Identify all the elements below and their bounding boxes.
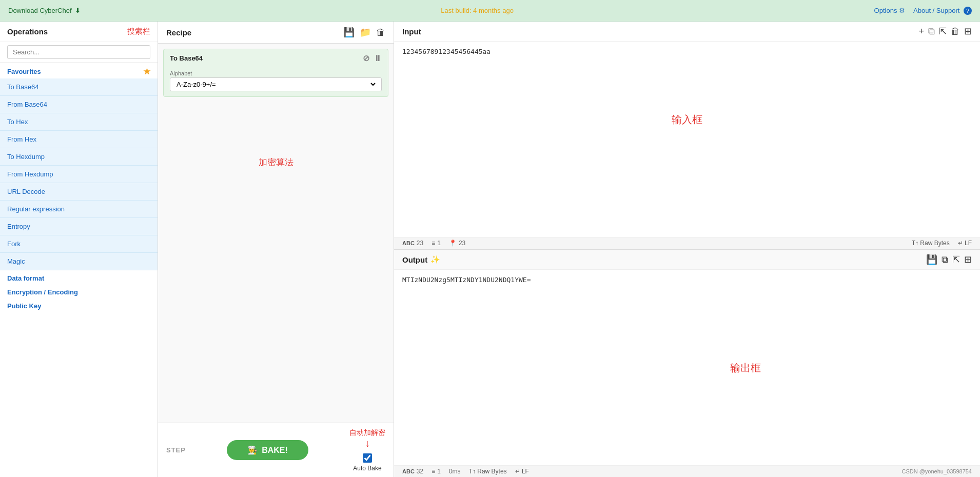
last-build-label: Last build: 4 months ago	[441, 7, 514, 14]
bake-chef-icon: 👨‍🍳	[247, 445, 258, 455]
output-status-bar: ABC 32 ≡ 1 0ms T↑ Raw Bytes ↵ LF CSDN @y…	[394, 465, 980, 477]
recipe-title: Recipe	[166, 28, 191, 37]
output-time: 0ms	[449, 468, 461, 475]
recipe-trash-icon[interactable]: 🗑	[376, 27, 385, 38]
recipe-folder-icon[interactable]: 📁	[360, 27, 371, 38]
auto-bake-container: 自动加解密 ↓ Auto Bake	[349, 428, 385, 472]
input-position: 📍 23	[449, 240, 465, 247]
download-icon: ⬇	[75, 7, 81, 14]
output-save-icon[interactable]: 💾	[926, 254, 937, 265]
output-expand-icon[interactable]: ⊞	[964, 254, 972, 265]
about-label: About / Support	[913, 7, 959, 14]
annotation-output: 输出框	[730, 361, 761, 374]
recipe-step-disable-icon[interactable]: ⊘	[363, 53, 369, 63]
input-line-count: ≡ 1	[432, 240, 441, 247]
input-header: Input + ⧉ ⇱ 🗑 ⊞	[394, 22, 980, 42]
input-lines-icon: ≡	[432, 240, 435, 247]
csdn-label: CSDN @yonehu_03598754	[901, 468, 972, 474]
category-encryption-encoding[interactable]: Encryption / Encoding	[0, 284, 158, 298]
output-new-window-icon[interactable]: ⇱	[952, 254, 960, 265]
options-icon: ⚙	[899, 7, 905, 14]
output-title-text: Output	[402, 255, 427, 264]
sidebar-item-fork[interactable]: Fork	[0, 235, 158, 253]
search-bar-label: 搜索栏	[127, 27, 150, 36]
output-magic-icon[interactable]: ✨	[430, 255, 440, 264]
sidebar-item-to-hex[interactable]: To Hex	[0, 113, 158, 131]
input-lf-icon[interactable]: ↵ LF	[958, 240, 972, 247]
alphabet-field: A-Za-z0-9+/=	[170, 77, 382, 91]
sidebar-item-to-hexdump[interactable]: To Hexdump	[0, 148, 158, 166]
top-bar-right: Options ⚙ About / Support ?	[874, 7, 972, 15]
recipe-step-icons: ⊘ ⏸	[363, 53, 382, 63]
category-data-format[interactable]: Data format	[0, 270, 158, 284]
sidebar-item-regular-expression[interactable]: Regular expression	[0, 201, 158, 218]
recipe-header: Recipe 💾 📁 🗑	[158, 22, 394, 44]
options-link[interactable]: Options ⚙	[874, 7, 905, 14]
search-box	[0, 42, 158, 63]
output-lines-icon: ≡	[432, 468, 435, 475]
input-grid-icon[interactable]: ⊞	[964, 26, 972, 37]
output-char-count: ABC 32	[402, 468, 423, 475]
recipe-step-name: To Base64	[170, 54, 203, 62]
input-textarea[interactable]: 12345678912345456445aa	[394, 42, 980, 237]
input-line-count-value: 1	[437, 240, 441, 247]
output-header: Output ✨ 💾 ⧉ ⇱ ⊞	[394, 250, 980, 270]
input-pos-icon: 📍	[449, 240, 457, 247]
recipe-step-pause-icon[interactable]: ⏸	[374, 54, 382, 63]
input-window-icon[interactable]: ⧉	[928, 26, 935, 37]
sidebar-item-magic[interactable]: Magic	[0, 253, 158, 270]
sidebar-item-url-decode[interactable]: URL Decode	[0, 183, 158, 201]
input-char-count: ABC 23	[402, 240, 423, 247]
bake-button[interactable]: 👨‍🍳 BAKE!	[227, 440, 308, 460]
sidebar-item-to-base64[interactable]: To Base64	[0, 78, 158, 96]
auto-bake-annotation-container: 自动加解密 ↓	[349, 428, 385, 449]
recipe-step-body: Alphabet A-Za-z0-9+/=	[164, 67, 388, 96]
recipe-footer: STEP 👨‍🍳 BAKE! 自动加解密 ↓ Auto Bake	[158, 423, 394, 477]
recipe-step-to-base64: To Base64 ⊘ ⏸ Alphabet A-Za-z0-9+/=	[163, 49, 388, 97]
recipe-step-header: To Base64 ⊘ ⏸	[164, 49, 388, 67]
input-status-bar: ABC 23 ≡ 1 📍 23 T↑ Raw Bytes ↵ LF	[394, 237, 980, 249]
alphabet-select[interactable]: A-Za-z0-9+/=	[174, 80, 377, 89]
category-public-key[interactable]: Public Key	[0, 298, 158, 312]
auto-bake-checkbox[interactable]	[363, 453, 372, 463]
output-status-right: CSDN @yonehu_03598754	[901, 468, 972, 474]
input-text-icon[interactable]: T↑ Raw Bytes	[912, 240, 950, 247]
main-layout: Operations 搜索栏 Favourites ★ To Base64 Fr…	[0, 22, 980, 477]
input-expand-icon[interactable]: ⇱	[939, 26, 947, 37]
about-link[interactable]: About / Support ?	[913, 7, 972, 15]
auto-bake-label: Auto Bake	[353, 465, 381, 472]
output-header-icons: 💾 ⧉ ⇱ ⊞	[926, 254, 972, 265]
output-lf[interactable]: ↵ LF	[515, 468, 529, 475]
step-label: STEP	[166, 446, 186, 454]
input-trash-icon[interactable]: 🗑	[951, 26, 960, 37]
alphabet-label: Alphabet	[170, 70, 382, 76]
recipe-icons: 💾 📁 🗑	[343, 27, 385, 38]
output-copy-icon[interactable]: ⧉	[942, 254, 948, 265]
input-abc-icon: ABC	[402, 240, 415, 246]
output-content-area: MTIzNDU2Nzg5MTIzNDY1NDU2NDQ1YWE= 输出框	[394, 270, 980, 465]
sidebar-item-entropy[interactable]: Entropy	[0, 218, 158, 235]
output-status-left: ABC 32 ≡ 1 0ms T↑ Raw Bytes ↵ LF	[402, 468, 529, 475]
sidebar-item-from-hex[interactable]: From Hex	[0, 131, 158, 148]
output-line-count-value: 1	[437, 468, 441, 475]
input-header-icons: + ⧉ ⇱ 🗑 ⊞	[918, 26, 972, 37]
recipe-save-icon[interactable]: 💾	[343, 27, 355, 38]
download-link[interactable]: Download CyberChef	[8, 7, 72, 14]
sidebar: Operations 搜索栏 Favourites ★ To Base64 Fr…	[0, 22, 158, 477]
sidebar-list: Favourites ★ To Base64 From Base64 To He…	[0, 63, 158, 477]
top-bar-left: Download CyberChef ⬇	[8, 7, 81, 14]
output-raw-bytes[interactable]: T↑ Raw Bytes	[469, 468, 507, 475]
input-area: Input + ⧉ ⇱ 🗑 ⊞ 12345678912345456445aa 输…	[394, 22, 980, 250]
about-icon: ?	[964, 7, 972, 15]
output-text: MTIzNDU2Nzg5MTIzNDY1NDU2NDQ1YWE=	[402, 276, 531, 284]
favourites-star-icon: ★	[143, 67, 150, 76]
input-add-icon[interactable]: +	[918, 26, 924, 37]
input-char-count-value: 23	[417, 240, 423, 247]
annotation-recipe: 加密算法	[259, 156, 293, 168]
search-input[interactable]	[7, 45, 150, 59]
sidebar-item-from-hexdump[interactable]: From Hexdump	[0, 166, 158, 183]
sidebar-item-from-base64[interactable]: From Base64	[0, 96, 158, 113]
sidebar-header: Operations 搜索栏	[0, 22, 158, 42]
favourites-label: Favourites	[7, 68, 41, 75]
recipe-panel: Recipe 💾 📁 🗑 To Base64 ⊘ ⏸ Alphabet	[158, 22, 394, 477]
